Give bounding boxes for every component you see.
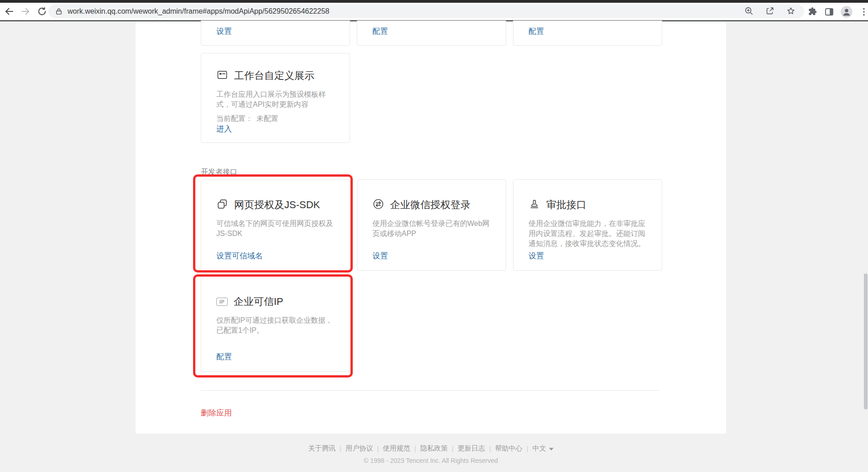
footer-separator: | (340, 445, 341, 452)
workbench-window-icon (216, 69, 228, 83)
partial-card-3: 配置 (513, 21, 662, 46)
footer-separator: | (377, 445, 379, 452)
card-web-auth-jssdk: 网页授权及JS-SDK 可信域名下的网页可使用网页授权及JS-SDK 设置可信域… (201, 179, 350, 271)
card-trusted-ip: IP 企业可信IP 仅所配IP可通过接口获取企业数据，已配置1个IP。 配置 (201, 276, 350, 372)
lock-icon (55, 7, 63, 16)
approval-settings-link[interactable]: 设置 (528, 251, 544, 261)
bookmark-star-icon[interactable] (786, 6, 797, 17)
reload-icon[interactable] (37, 6, 47, 17)
card-title: 企业微信授权登录 (390, 198, 471, 212)
current-config-line: 当前配置：未配置 (216, 114, 337, 124)
footer-link-user-agreement[interactable]: 用户协议 (345, 444, 373, 453)
footer-separator: | (414, 445, 416, 452)
language-label: 中文 (533, 444, 546, 452)
footer-link-changelog[interactable]: 更新日志 (458, 444, 485, 453)
site-footer: 关于腾讯 | 用户协议 | 使用规范 | 隐私政策 | 更新日志 | 帮助中心 … (136, 444, 726, 464)
card-title: 审批接口 (546, 198, 586, 212)
scrollbar-thumb[interactable] (864, 273, 868, 409)
swap-circle-icon (372, 198, 384, 212)
ip-badge-icon: IP (216, 298, 228, 306)
footer-separator: | (452, 445, 454, 452)
card-description: 可信域名下的网页可使用网页授权及JS-SDK (216, 219, 337, 239)
zoom-in-icon[interactable] (744, 6, 755, 17)
partial-card-1: 设置 (201, 21, 350, 46)
footer-separator: | (489, 445, 491, 452)
extensions-icon[interactable] (807, 6, 818, 17)
share-icon[interactable] (765, 6, 776, 17)
auth-login-settings-link[interactable]: 设置 (372, 251, 388, 261)
partial-card-2: 配置 (357, 21, 506, 46)
forward-icon[interactable] (20, 6, 31, 17)
delete-app-link[interactable]: 删除应用 (201, 408, 232, 418)
url-input[interactable]: work.weixin.qq.com/wework_admin/frame#ap… (68, 7, 329, 16)
card-description: 使用企业微信帐号登录已有的Web网页或移动APP (372, 219, 493, 239)
partial-card-2-link[interactable]: 配置 (372, 27, 388, 36)
bottom-divider (201, 390, 660, 391)
card-title: 工作台自定义展示 (234, 69, 314, 83)
partial-card-1-link[interactable]: 设置 (216, 27, 232, 36)
content-panel: 设置 配置 配置 工作台自定义展示 工作台应用入口展示为预设模板样式，可通过AP… (136, 21, 726, 434)
footer-link-usage-rules[interactable]: 使用规范 (383, 444, 410, 453)
footer-link-help-center[interactable]: 帮助中心 (495, 444, 523, 453)
profile-avatar[interactable] (841, 6, 852, 18)
page-background: 设置 配置 配置 工作台自定义展示 工作台应用入口展示为预设模板样式，可通过AP… (0, 21, 868, 472)
address-bar[interactable]: work.weixin.qq.com/wework_admin/frame#ap… (48, 5, 804, 18)
card-approval-api: 审批接口 使用企业微信审批能力，在非审批应用内设置流程、发起审批。还能订阅通知消… (513, 179, 662, 271)
side-panel-icon[interactable] (824, 6, 835, 17)
trusted-ip-configure-link[interactable]: 配置 (216, 351, 232, 362)
toolbar-right-icons (807, 6, 868, 18)
browser-toolbar: work.weixin.qq.com/wework_admin/frame#ap… (0, 3, 868, 20)
card-description: 使用企业微信审批能力，在非审批应用内设置流程、发起审批。还能订阅通知消息，接收审… (528, 219, 649, 249)
menu-dots-icon[interactable] (858, 6, 868, 17)
card-title: 网页授权及JS-SDK (234, 198, 320, 212)
copyright-text: © 1998 - 2023 Tencent Inc. All Rights Re… (136, 457, 726, 464)
card-wework-auth-login: 企业微信授权登录 使用企业微信帐号登录已有的Web网页或移动APP 设置 (357, 179, 506, 271)
set-trusted-domain-link[interactable]: 设置可信域名 (216, 251, 263, 261)
card-title: 企业可信IP (234, 295, 283, 309)
card-workbench-display: 工作台自定义展示 工作台应用入口展示为预设模板样式，可通过API实时更新内容 当… (201, 53, 350, 143)
config-label: 当前配置： (216, 115, 253, 122)
card-description: 仅所配IP可通过接口获取企业数据，已配置1个IP。 (216, 315, 337, 336)
section-label-developer-api: 开发者接口 (201, 168, 237, 177)
card-description: 工作台应用入口展示为预设模板样式，可通过API实时更新内容 (216, 89, 337, 110)
footer-links: 关于腾讯 | 用户协议 | 使用规范 | 隐私政策 | 更新日志 | 帮助中心 … (136, 444, 726, 453)
back-icon[interactable] (4, 6, 15, 17)
caret-down-icon (549, 448, 554, 451)
language-selector[interactable]: 中文 (533, 444, 554, 453)
stamp-icon (528, 198, 540, 212)
footer-separator: | (527, 445, 528, 452)
footer-link-privacy-policy[interactable]: 隐私政策 (420, 444, 448, 453)
footer-link-about[interactable]: 关于腾讯 (308, 444, 335, 453)
config-value: 未配置 (256, 115, 278, 122)
partial-card-3-link[interactable]: 配置 (528, 27, 544, 36)
enter-link[interactable]: 进入 (216, 124, 232, 134)
pages-copy-icon (216, 198, 228, 212)
